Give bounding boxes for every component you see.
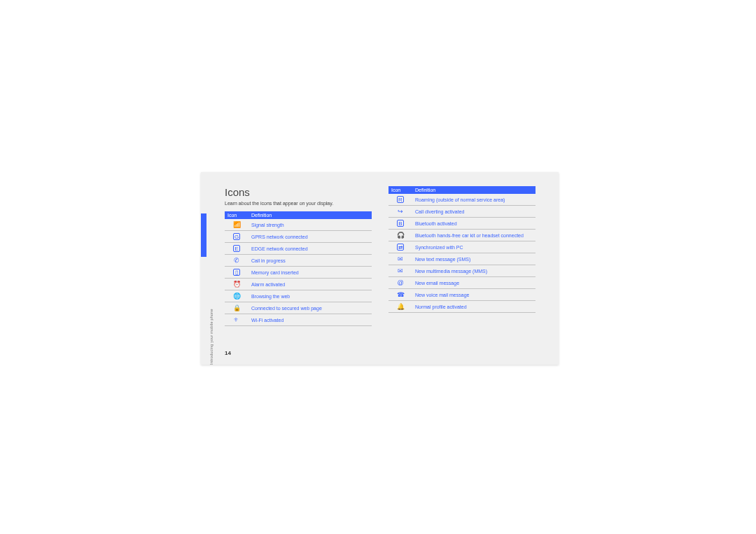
definition-cell: Connected to secured web page xyxy=(248,302,372,314)
definition-cell: Normal profile activated xyxy=(412,301,536,313)
side-label: Introducing your mobile phone xyxy=(209,295,214,365)
header-definition: Definition xyxy=(412,186,536,194)
call-progress-icon: ✆ xyxy=(225,255,248,267)
pc-sync-icon: ⇄ xyxy=(388,241,412,253)
left-column: Icons Learn about the icons that appear … xyxy=(225,186,372,358)
page-title: Icons xyxy=(225,186,372,198)
roaming-icon: R xyxy=(388,194,412,206)
table-row: ↪Call diverting activated xyxy=(388,206,536,218)
definition-cell: Signal strength xyxy=(248,219,372,231)
table-row: 🎧Bluetooth hands-free car kit or headset… xyxy=(388,230,536,241)
intro-text: Learn about the icons that appear on you… xyxy=(225,201,372,206)
signal-strength-icon: 📶 xyxy=(225,219,248,231)
table-row: ✆Call in progress xyxy=(225,255,372,267)
definition-cell: New email message xyxy=(412,277,536,289)
table-row: 🔒Connected to secured web page xyxy=(225,302,372,314)
memory-card-icon: ▯ xyxy=(225,267,248,279)
table-header-row: Icon Definition xyxy=(225,211,372,219)
gprs-icon: G xyxy=(225,231,248,243)
definition-cell: GPRS network connected xyxy=(248,231,372,243)
mms-icon: ✉ xyxy=(388,265,412,277)
table-row: ⇄Synchronized with PC xyxy=(388,241,536,253)
definition-cell: Call diverting activated xyxy=(412,206,536,218)
definition-cell: Memory card inserted xyxy=(248,267,372,279)
page-number: 14 xyxy=(225,350,231,356)
icon-table-left: Icon Definition 📶Signal strengthGGPRS ne… xyxy=(225,211,372,326)
edge-icon: E xyxy=(225,243,248,255)
sms-icon: ✉ xyxy=(388,253,412,265)
secured-web-icon: 🔒 xyxy=(225,302,248,314)
table-row: 🌐Browsing the web xyxy=(225,290,372,302)
table-row: ☎New voice mail message xyxy=(388,289,536,301)
profile-normal-icon: 🔔 xyxy=(388,301,412,313)
table-row: 📶Signal strength xyxy=(225,219,372,231)
table-row: ✉New text message (SMS) xyxy=(388,253,536,265)
definition-cell: Wi-Fi activated xyxy=(248,314,372,326)
definition-cell: Roaming (outside of normal service area) xyxy=(412,194,536,206)
definition-cell: Synchronized with PC xyxy=(412,241,536,253)
table-header-row: Icon Definition xyxy=(388,186,536,194)
definition-cell: Alarm activated xyxy=(248,279,372,290)
table-row: ⏰Alarm activated xyxy=(225,279,372,290)
table-row: ✉New multimedia message (MMS) xyxy=(388,265,536,277)
table-row: RRoaming (outside of normal service area… xyxy=(388,194,536,206)
header-definition: Definition xyxy=(248,211,372,219)
definition-cell: New text message (SMS) xyxy=(412,253,536,265)
table-row: EEDGE network connected xyxy=(225,243,372,255)
table-row: ᯤWi-Fi activated xyxy=(225,314,372,326)
right-column: Icon Definition RRoaming (outside of nor… xyxy=(388,186,536,358)
header-icon: Icon xyxy=(225,211,248,219)
table-row: BBluetooth activated xyxy=(388,218,536,230)
definition-cell: Bluetooth hands-free car kit or headset … xyxy=(412,230,536,241)
table-row: GGPRS network connected xyxy=(225,231,372,243)
side-tab xyxy=(201,213,206,257)
header-icon: Icon xyxy=(388,186,412,194)
bluetooth-icon: B xyxy=(388,218,412,230)
definition-cell: Browsing the web xyxy=(248,290,372,302)
manual-page: Introducing your mobile phone Icons Lear… xyxy=(201,172,559,365)
call-divert-icon: ↪ xyxy=(388,206,412,218)
wifi-icon: ᯤ xyxy=(225,314,248,326)
table-row: ▯Memory card inserted xyxy=(225,267,372,279)
definition-cell: New voice mail message xyxy=(412,289,536,301)
bt-headset-icon: 🎧 xyxy=(388,230,412,241)
definition-cell: New multimedia message (MMS) xyxy=(412,265,536,277)
definition-cell: Call in progress xyxy=(248,255,372,267)
table-row: 🔔Normal profile activated xyxy=(388,301,536,313)
voicemail-icon: ☎ xyxy=(388,289,412,301)
browsing-web-icon: 🌐 xyxy=(225,290,248,302)
email-icon: @ xyxy=(388,277,412,289)
table-row: @New email message xyxy=(388,277,536,289)
definition-cell: EDGE network connected xyxy=(248,243,372,255)
alarm-icon: ⏰ xyxy=(225,279,248,290)
definition-cell: Bluetooth activated xyxy=(412,218,536,230)
icon-table-right: Icon Definition RRoaming (outside of nor… xyxy=(388,186,536,313)
